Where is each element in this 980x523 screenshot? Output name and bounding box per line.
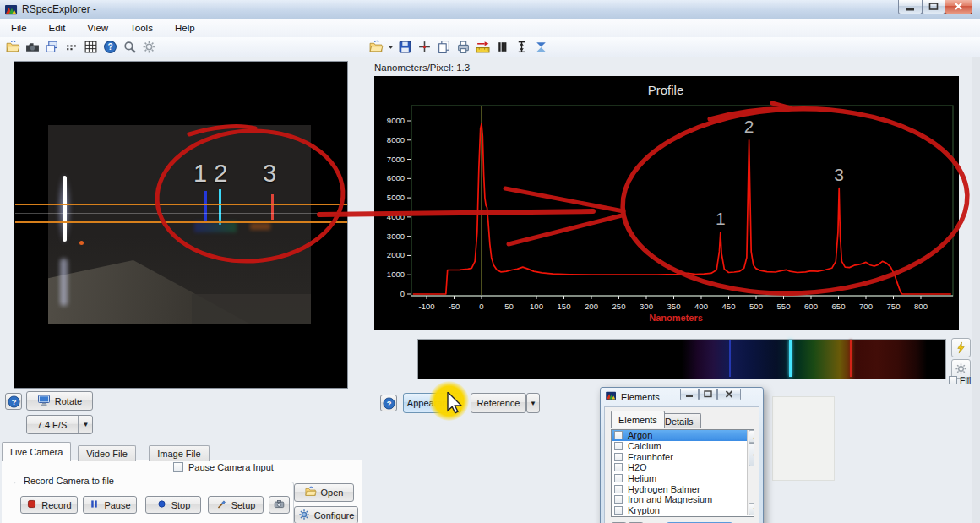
menu-view[interactable]: View	[76, 20, 119, 35]
element-label: Calcium	[628, 441, 662, 451]
menu-help[interactable]: Help	[164, 20, 206, 35]
element-item-helium[interactable]: Helium	[612, 473, 754, 484]
svg-text:600: 600	[804, 302, 818, 311]
elements-list[interactable]: ArgonCalciumFraunhoferH2OHeliumHydrogen …	[611, 429, 754, 517]
svg-text:3000: 3000	[387, 232, 405, 241]
help-circle-icon[interactable]: ?	[101, 38, 120, 55]
menu-file[interactable]: File	[0, 20, 38, 35]
columns-icon[interactable]	[493, 38, 512, 55]
spectrum-glow-orange	[250, 223, 270, 230]
open-folder-icon[interactable]	[367, 38, 386, 55]
spectral-line-red	[271, 194, 274, 220]
element-checkbox[interactable]	[614, 485, 623, 493]
snapshot-button[interactable]	[269, 496, 290, 514]
collapse-vertical-icon[interactable]	[531, 38, 551, 55]
scrollbar-thumb[interactable]: ≡	[749, 443, 754, 466]
menu-edit[interactable]: Edit	[38, 20, 77, 35]
menu-tools[interactable]: Tools	[119, 20, 164, 35]
element-checkbox[interactable]	[614, 495, 623, 504]
save-disk-icon[interactable]	[395, 38, 415, 55]
elements-dialog[interactable]: Elements Elements Details ArgonCalciumFr…	[600, 387, 764, 523]
main-toolbar: ?	[3, 38, 159, 55]
element-item-hydrogen-balmer[interactable]: Hydrogen Balmer	[612, 483, 754, 494]
rotate-button[interactable]: Rotate	[26, 391, 93, 411]
elements-maximize-button[interactable]	[699, 389, 717, 400]
grid-table-icon[interactable]	[81, 38, 101, 55]
element-label: Iron and Magnesium	[628, 494, 712, 504]
copy-page-icon[interactable]	[434, 38, 454, 55]
sample-region-line-bottom[interactable]	[15, 221, 347, 223]
stop-button[interactable]: Stop	[145, 496, 201, 514]
svg-text:700: 700	[859, 302, 873, 311]
element-checkbox[interactable]	[614, 463, 623, 471]
maximize-button[interactable]	[922, 0, 945, 14]
panel-splitter[interactable]	[362, 57, 362, 523]
pause-camera-input-checkbox[interactable]	[173, 462, 183, 472]
tab-live-camera[interactable]: Live Camera	[2, 442, 71, 461]
svg-text:300: 300	[640, 302, 653, 311]
profile-chart[interactable]: Profile010002000300040005000600070008000…	[374, 76, 959, 330]
svg-text:7000: 7000	[387, 155, 405, 164]
scroll-down-icon[interactable]: ▼	[749, 503, 754, 515]
element-checkbox[interactable]	[614, 453, 623, 461]
element-item-iron-and-magnesium[interactable]: Iron and Magnesium	[612, 494, 754, 505]
settings-gear-icon[interactable]	[139, 38, 159, 55]
record-button[interactable]: Record	[20, 496, 78, 514]
element-item-krypton[interactable]: Krypton	[612, 505, 754, 516]
reference-button[interactable]: Reference	[471, 393, 526, 413]
fps-dropdown-arrow-icon[interactable]: ▼	[78, 416, 93, 433]
slit-reflection	[60, 259, 68, 306]
rspec-explorer-window: { "window": {"title": "RSpecExplorer -"}…	[0, 0, 980, 523]
tab-image-file[interactable]: Image File	[149, 445, 209, 461]
measure-ruler-icon[interactable]	[473, 38, 493, 55]
element-item-argon[interactable]: Argon	[612, 430, 754, 441]
auto-exposure-button[interactable]	[951, 338, 971, 357]
elements-minimize-button[interactable]	[680, 389, 699, 400]
scroll-up-icon[interactable]: ▲	[749, 430, 754, 443]
element-item-h2o[interactable]: H2O	[612, 462, 754, 473]
minimize-button[interactable]	[898, 0, 923, 14]
configure-button[interactable]: Configure	[294, 506, 358, 523]
calibrate-cross-icon[interactable]	[415, 38, 434, 55]
copy-frames-icon[interactable]	[42, 38, 62, 55]
dropdown-arrow-icon[interactable]	[386, 38, 395, 55]
camera-display-area[interactable]: 1 2 3	[14, 61, 348, 389]
sample-region-line-top[interactable]	[15, 204, 347, 205]
svg-text:4000: 4000	[387, 212, 405, 221]
svg-text:150: 150	[558, 302, 571, 311]
tab-video-file[interactable]: Video File	[78, 445, 136, 461]
scale-vertical-icon[interactable]	[512, 38, 531, 55]
element-item-fraunhofer[interactable]: Fraunhofer	[612, 451, 754, 462]
svg-text:200: 200	[585, 302, 598, 311]
empty-panel-box	[772, 396, 835, 481]
monitor-icon	[37, 395, 51, 408]
pause-button[interactable]: Pause	[83, 496, 137, 514]
svg-text:250: 250	[612, 302, 626, 311]
elements-scrollbar[interactable]: ▲ ≡ ▼	[747, 430, 754, 515]
setup-button[interactable]: Setup	[208, 496, 264, 514]
zoom-search-icon[interactable]	[120, 38, 139, 55]
options-dots-icon[interactable]	[62, 38, 81, 55]
element-item-calcium[interactable]: Calcium	[612, 441, 754, 452]
open-folder-icon[interactable]	[3, 38, 23, 55]
open-button[interactable]: Open	[294, 483, 354, 502]
title-bar[interactable]: RSpecExplorer -	[0, 0, 980, 19]
element-checkbox[interactable]	[614, 442, 623, 450]
help-button-camera[interactable]: ?	[5, 393, 22, 410]
close-button[interactable]	[945, 0, 972, 14]
tab-elements[interactable]: Elements	[611, 411, 665, 428]
capture-camera-icon[interactable]	[23, 38, 42, 55]
elements-close-button[interactable]	[717, 389, 741, 400]
print-icon[interactable]	[454, 38, 473, 55]
elements-dialog-titlebar[interactable]: Elements	[606, 391, 660, 402]
strip-blue-line	[729, 340, 731, 377]
toolbar-row: ?	[0, 37, 980, 57]
element-label: Krypton	[628, 505, 660, 515]
help-button-profile[interactable]: ?	[380, 395, 397, 411]
element-checkbox[interactable]	[614, 506, 623, 515]
svg-text:550: 550	[777, 302, 791, 311]
element-checkbox[interactable]	[614, 474, 623, 482]
element-checkbox[interactable]	[614, 431, 623, 439]
fill-checkbox[interactable]	[949, 376, 957, 384]
reference-dropdown-arrow-icon[interactable]: ▼	[526, 393, 540, 413]
